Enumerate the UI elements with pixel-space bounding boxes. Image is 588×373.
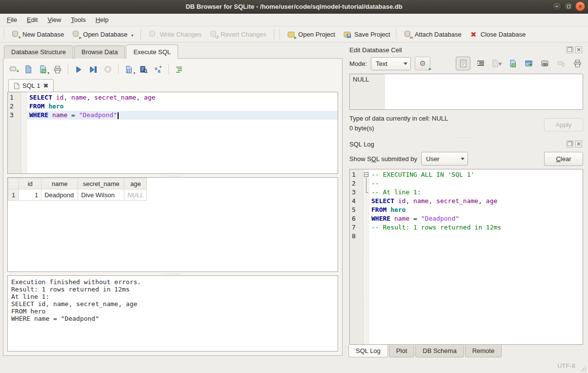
- resize-grip[interactable]: [580, 365, 587, 372]
- results-new-tab-dropdown-icon[interactable]: ▾: [133, 71, 135, 75]
- word-wrap-button[interactable]: [173, 63, 185, 76]
- menu-file[interactable]: File: [2, 15, 22, 25]
- autocomplete-button[interactable]: aa: [152, 63, 164, 76]
- cell-secret-name[interactable]: Dive Wilson: [78, 189, 124, 201]
- menu-edit[interactable]: Edit: [22, 15, 42, 25]
- filter-label: Show SQL submitted by: [349, 155, 417, 163]
- open-database-dropdown-icon[interactable]: ▾: [131, 33, 133, 39]
- attach-database-button[interactable]: ∞ Attach Database: [400, 28, 466, 41]
- column-header-age[interactable]: age: [124, 178, 147, 189]
- tab-remote[interactable]: Remote: [465, 345, 502, 357]
- copy-link-button[interactable]: [539, 58, 551, 69]
- results-corner-header: [8, 178, 19, 189]
- open-in-external-button[interactable]: [523, 58, 535, 69]
- tab-db-schema[interactable]: DB Schema: [415, 345, 464, 357]
- main-toolbar: + New Database ▸ Open Database ▾ ▫ Write…: [0, 26, 588, 42]
- cell-id[interactable]: 1: [19, 189, 41, 201]
- open-sql-file-button[interactable]: [22, 63, 35, 76]
- apply-button: Apply: [544, 118, 583, 131]
- submitted-by-select[interactable]: User: [421, 152, 468, 166]
- close-button[interactable]: ✕: [575, 1, 585, 11]
- toolbar-drag-handle[interactable]: [279, 29, 282, 39]
- float-dock-icon[interactable]: ❐: [567, 46, 573, 53]
- results-grid[interactable]: id name secret_name age 1 1 Deadpond Div…: [7, 177, 338, 272]
- horizontal-splitter[interactable]: ······: [347, 135, 584, 139]
- cell-age[interactable]: NULL: [124, 189, 147, 201]
- word-wrap-toggle-button[interactable]: [475, 58, 487, 69]
- close-sql-tab-icon[interactable]: ✖: [43, 82, 48, 89]
- results-new-tab-button[interactable]: ▾: [122, 63, 135, 76]
- open-sql-file-icon: [24, 65, 32, 74]
- edit-cell-title: Edit Database Cell: [349, 46, 402, 54]
- tab-database-structure[interactable]: Database Structure: [4, 45, 73, 59]
- save-project-button[interactable]: Save Project: [339, 28, 394, 41]
- column-header-secret-name[interactable]: secret_name: [78, 178, 124, 189]
- horizontal-splitter[interactable]: ······: [7, 272, 338, 275]
- sql-editor-code[interactable]: 1SELECT id, name, secret_name, age2FROM …: [8, 92, 338, 120]
- cell-editor-area[interactable]: [385, 74, 583, 109]
- close-database-button[interactable]: ✖ Close Database: [466, 28, 530, 41]
- cell-value-editor[interactable]: NULL: [349, 74, 583, 110]
- indent-lines-icon: [477, 60, 485, 67]
- text-document-icon: [460, 60, 466, 67]
- close-dock-icon[interactable]: ✕: [575, 141, 582, 147]
- save-sql-file-button[interactable]: ▾: [37, 63, 49, 76]
- column-header-name[interactable]: name: [41, 178, 78, 189]
- open-project-button[interactable]: ▸ Open Project: [283, 28, 339, 41]
- text-mode-button[interactable]: [456, 57, 470, 70]
- save-project-icon: [343, 30, 351, 39]
- menu-help[interactable]: Help: [91, 15, 114, 25]
- gear-icon: ⚙: [419, 59, 426, 68]
- window-titlebar[interactable]: DB Browser for SQLite - /home/user/code/…: [0, 0, 588, 14]
- mode-select[interactable]: Text: [371, 57, 411, 70]
- maximize-icon: [567, 5, 570, 8]
- import-file-icon: [492, 60, 499, 67]
- execute-line-button[interactable]: [87, 63, 100, 76]
- row-header[interactable]: 1: [8, 189, 19, 201]
- sql-log-view[interactable]: 1−-- EXECUTING ALL IN 'SQL 1'2--3-- At l…: [349, 169, 583, 345]
- table-row[interactable]: 1 1 Deadpond Dive Wilson NULL: [8, 189, 147, 201]
- set-null-button: [555, 58, 567, 69]
- submitted-by-value: User: [426, 155, 439, 163]
- maximize-button[interactable]: [564, 1, 573, 11]
- cell-name[interactable]: Deadpond: [41, 189, 78, 201]
- column-header-id[interactable]: id: [19, 178, 41, 189]
- sql-editor[interactable]: 1SELECT id, name, secret_name, age2FROM …: [7, 92, 338, 174]
- tab-browse-data[interactable]: Browse Data: [74, 45, 125, 59]
- toolbar-drag-handle[interactable]: [3, 29, 6, 39]
- find-replace-button[interactable]: [137, 63, 150, 76]
- print-icon: [573, 60, 582, 67]
- print-sql-button[interactable]: [51, 63, 64, 76]
- external-app-icon: [525, 60, 533, 67]
- toolbar-separator: [168, 64, 169, 74]
- new-sql-tab-button[interactable]: +: [7, 63, 20, 76]
- menu-tools[interactable]: Tools: [66, 15, 90, 25]
- tab-sql-log[interactable]: SQL Log: [348, 345, 388, 357]
- tab-plot[interactable]: Plot: [389, 345, 414, 357]
- sql-file-tab[interactable]: SQL 1 ✖: [8, 79, 54, 92]
- float-dock-icon[interactable]: ❐: [567, 141, 573, 147]
- apply-data-button[interactable]: ⚙ ▸: [415, 57, 430, 70]
- write-changes-button: ▫ Write Changes: [144, 28, 205, 41]
- print-cell-button[interactable]: [571, 58, 583, 69]
- execution-message-box: Execution finished without errors.Result…: [7, 275, 338, 352]
- execute-all-icon: [75, 66, 82, 73]
- save-sql-dropdown-icon[interactable]: ▾: [47, 71, 49, 75]
- horizontal-splitter[interactable]: ······: [7, 174, 338, 177]
- menu-view[interactable]: View: [42, 15, 66, 25]
- minimize-button[interactable]: −: [552, 1, 562, 11]
- open-database-button[interactable]: ▸ Open Database ▾: [68, 28, 137, 41]
- new-sql-tab-icon: +: [9, 65, 18, 73]
- import-cell-data-button: ▾: [491, 58, 503, 69]
- export-cell-data-button[interactable]: [507, 58, 519, 69]
- stop-execution-button: [101, 63, 114, 76]
- execute-all-button[interactable]: [72, 63, 85, 76]
- clear-log-button[interactable]: Clear: [544, 152, 583, 166]
- cell-info-row: Type of data currently in cell: NULL 0 b…: [347, 110, 584, 135]
- toolbar-drag-handle[interactable]: [396, 29, 398, 39]
- new-database-button[interactable]: + New Database: [7, 28, 68, 41]
- sql-log-code: 1−-- EXECUTING ALL IN 'SQL 1'2--3-- At l…: [350, 169, 583, 241]
- tab-execute-sql[interactable]: Execute SQL: [126, 44, 178, 59]
- close-dock-icon[interactable]: ✕: [575, 46, 582, 53]
- execute-sql-panel: + ▾: [3, 58, 343, 356]
